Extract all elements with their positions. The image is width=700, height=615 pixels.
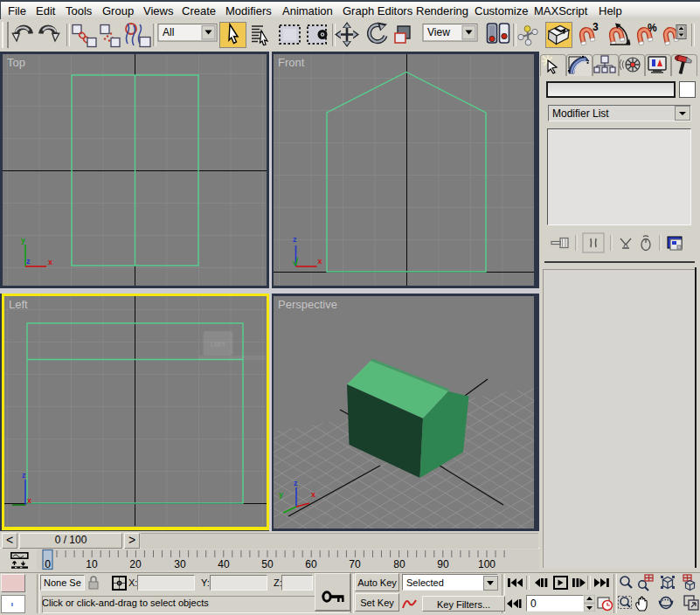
svg-text:20: 20 [129,558,142,570]
svg-text:0: 0 [45,558,51,570]
svg-text:60: 60 [305,558,317,570]
svg-text:Top: Top [7,56,25,69]
svg-text:z: z [293,235,297,244]
svg-text:x: x [311,490,315,499]
svg-text:View: View [427,26,450,38]
svg-text:30: 30 [174,558,186,570]
svg-text:100: 100 [478,558,496,570]
svg-text:All: All [163,26,174,38]
svg-text:3: 3 [593,21,599,33]
svg-text:70: 70 [349,558,361,570]
svg-text:x: x [27,496,31,505]
svg-text:Perspective: Perspective [278,298,337,311]
svg-text:50: 50 [261,558,274,570]
svg-text:Left: Left [9,298,28,311]
svg-text:%: % [648,22,657,34]
svg-text:y: y [279,490,283,499]
svg-text:90: 90 [437,558,449,570]
svg-text:z: z [294,479,298,487]
svg-text:Front: Front [278,56,305,69]
svg-text:80: 80 [393,558,405,570]
svg-text:y: y [21,236,25,245]
svg-text:z: z [22,471,26,480]
svg-text:40: 40 [218,558,230,570]
svg-text:LEFT: LEFT [211,342,226,348]
svg-text:10: 10 [86,558,98,570]
svg-text:x: x [318,257,322,266]
svg-text:x: x [48,258,52,266]
svg-text:z: z [26,257,31,266]
